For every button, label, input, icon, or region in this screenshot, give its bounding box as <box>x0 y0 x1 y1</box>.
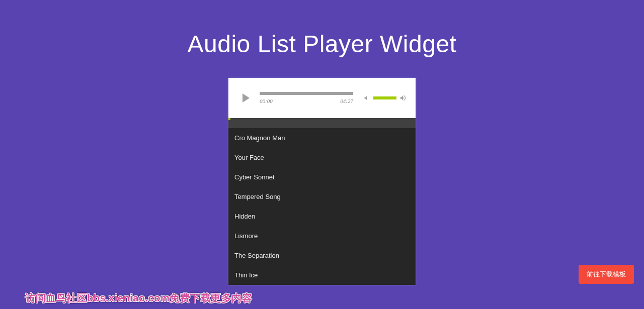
playlist-item[interactable]: Lismore <box>228 226 416 246</box>
duration-time: 04:27 <box>340 98 353 104</box>
playlist-item[interactable]: Cro Magnon Man <box>228 128 416 148</box>
playlist-item[interactable]: Cyber Sonnet <box>228 167 416 187</box>
volume-area <box>363 94 407 101</box>
playlist: Cro Magnon Man Your Face Cyber Sonnet Te… <box>228 128 416 285</box>
playlist-item[interactable]: Thin Ice <box>228 265 416 285</box>
play-button[interactable] <box>243 93 250 102</box>
playlist-item[interactable]: The Separation <box>228 246 416 265</box>
time-display: 00:00 04:27 <box>260 98 353 104</box>
seek-bar[interactable] <box>260 92 353 95</box>
watermark-text: 访问血鸟社区bbs.xieniao.com免费下载更多内容 <box>25 291 252 305</box>
seek-area: 00:00 04:27 <box>260 92 353 104</box>
track-progress-strip[interactable] <box>228 118 416 128</box>
playlist-item[interactable]: Hidden <box>228 207 416 226</box>
audio-player-widget: 00:00 04:27 Cro Magnon Man Your Face Cyb… <box>228 78 416 285</box>
player-controls: 00:00 04:27 <box>228 78 416 118</box>
page-title: Audio List Player Widget <box>0 0 644 78</box>
current-time: 00:00 <box>260 98 273 104</box>
volume-bar[interactable] <box>373 96 396 99</box>
mute-icon[interactable] <box>363 94 370 101</box>
volume-max-icon[interactable] <box>399 94 407 101</box>
playlist-item[interactable]: Your Face <box>228 148 416 167</box>
download-template-button[interactable]: 前往下载模板 <box>579 265 634 284</box>
playlist-item[interactable]: Tempered Song <box>228 187 416 207</box>
